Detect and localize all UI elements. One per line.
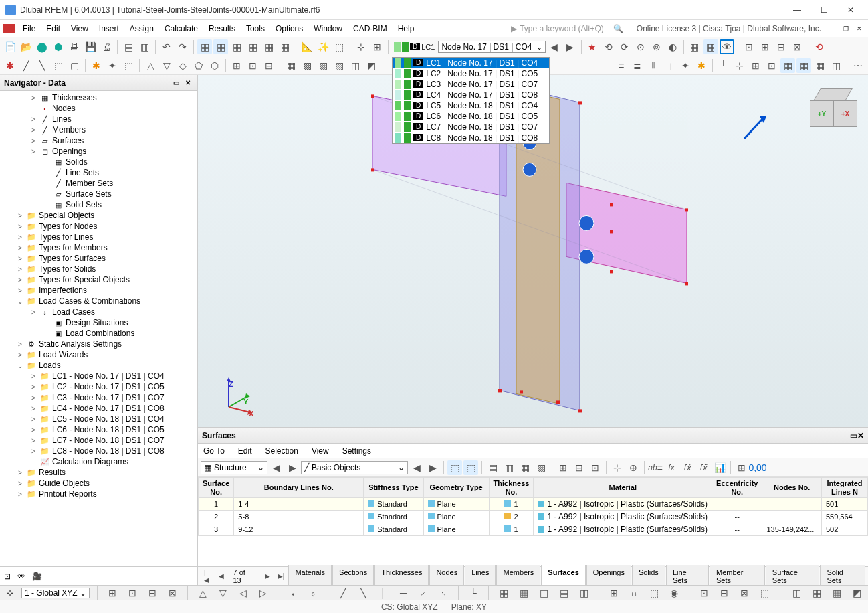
menu-file[interactable]: File xyxy=(17,22,41,35)
sp-menu-selection[interactable]: Selection xyxy=(263,445,301,457)
sb-r4-icon[interactable]: ◩ xyxy=(849,586,864,600)
select-icon[interactable]: ⬚ xyxy=(332,39,346,54)
tab-materials[interactable]: Materials xyxy=(288,565,332,585)
disp5-icon[interactable]: ◐ xyxy=(665,39,680,54)
tab-solid-sets[interactable]: Solid Sets xyxy=(820,565,865,585)
render2-icon[interactable]: ▦ xyxy=(703,39,718,54)
panel5-icon[interactable]: ▦ xyxy=(261,39,276,54)
navigator-tree[interactable]: >▦Thicknesses•Nodes>╱Lines>╱Members>▱Sur… xyxy=(0,91,197,566)
disp4-icon[interactable]: ⊚ xyxy=(649,39,664,54)
sb-19-icon[interactable]: ▩ xyxy=(516,586,531,600)
sp-sel1-icon[interactable]: ⬚ xyxy=(447,460,462,475)
t2-1-icon[interactable]: ✱ xyxy=(3,58,17,73)
tab-solids[interactable]: Solids xyxy=(632,565,665,585)
t2-r7-icon[interactable]: └ xyxy=(716,58,731,73)
render1-icon[interactable]: ▦ xyxy=(687,39,702,54)
sb-28-icon[interactable]: ⊟ xyxy=(717,586,732,600)
lc-option[interactable]: DLC8Node No. 18 | DS1 | CO8 xyxy=(393,133,549,143)
sb-10-icon[interactable]: ⬨ xyxy=(306,586,320,600)
measure-icon[interactable]: 📐 xyxy=(300,39,314,54)
sp-fx2-icon[interactable]: fẋ xyxy=(680,460,695,475)
col-nodes[interactable]: Nodes No. xyxy=(762,478,821,498)
sp-c-icon[interactable]: ▦ xyxy=(518,460,532,475)
tree-item[interactable]: ⌄📁Load Cases & Combinations xyxy=(0,296,197,306)
tree-item[interactable]: >📁LC6 - Node No. 18 | DS1 | CO5 xyxy=(0,424,197,435)
tree-item[interactable]: >📁Types for Special Objects xyxy=(0,274,197,285)
panel4-icon[interactable]: ▦ xyxy=(245,39,260,54)
sp-nav-prev-icon[interactable]: ◀ xyxy=(269,460,284,475)
undo-icon[interactable]: ↶ xyxy=(159,39,174,54)
wand-icon[interactable]: ✨ xyxy=(316,39,330,54)
tab-thicknesses[interactable]: Thicknesses xyxy=(374,565,429,585)
t2-r13-icon[interactable]: ▦ xyxy=(812,58,827,73)
sp-xls-icon[interactable]: 📊 xyxy=(712,460,727,475)
sb-13-icon[interactable]: │ xyxy=(376,586,391,600)
sp-close-icon[interactable]: ✕ xyxy=(857,431,864,440)
tabs-first-icon[interactable]: |◀ xyxy=(201,567,215,585)
col-geometry[interactable]: Geometry Type xyxy=(423,478,489,498)
t2-7-icon[interactable]: ✦ xyxy=(105,58,120,73)
sb-21-icon[interactable]: ▤ xyxy=(556,586,571,600)
redo-icon[interactable]: ↷ xyxy=(175,39,190,54)
sb-4-icon[interactable]: ⊠ xyxy=(165,586,180,600)
menu-cad-bim[interactable]: CAD-BIM xyxy=(348,22,393,35)
tabs-next-icon[interactable]: ▶ xyxy=(261,571,274,581)
tab-nodes[interactable]: Nodes xyxy=(429,565,464,585)
t2-5-icon[interactable]: ▢ xyxy=(67,58,82,73)
tree-item[interactable]: >📁Guide Objects xyxy=(0,478,197,489)
col-eccentricity[interactable]: EccentricityNo. xyxy=(712,478,762,498)
menu-insert[interactable]: Insert xyxy=(94,22,124,35)
tree-item[interactable]: ▦Solids xyxy=(0,157,197,167)
sb-26-icon[interactable]: ◉ xyxy=(667,586,681,600)
lc-option[interactable]: DLC7Node No. 18 | DS1 | CO7 xyxy=(393,122,549,133)
tabs-last-icon[interactable]: ▶| xyxy=(274,571,288,581)
v2-icon[interactable]: ⊞ xyxy=(758,39,772,54)
menu-window[interactable]: Window xyxy=(308,22,348,35)
sb-r2-icon[interactable]: ▦ xyxy=(809,586,824,600)
tab-surface-sets[interactable]: Surface Sets xyxy=(766,565,820,585)
grid-icon[interactable]: ⊞ xyxy=(370,39,385,54)
sb-9-icon[interactable]: ⬩ xyxy=(286,586,300,600)
sb-29-icon[interactable]: ⊠ xyxy=(737,586,752,600)
nav-footer-2-icon[interactable]: 👁 xyxy=(17,572,25,581)
lc-desc[interactable]: Node No. 17 | DS1 | CO4 ⌄ xyxy=(438,41,545,53)
nav-footer-3-icon[interactable]: 🎥 xyxy=(32,572,42,581)
tree-item[interactable]: >📁Imperfections xyxy=(0,285,197,296)
lc-option[interactable]: DLC1Node No. 17 | DS1 | CO4 xyxy=(393,58,549,68)
sp-menu-view[interactable]: View xyxy=(309,445,332,457)
sp-k-icon[interactable]: ⊞ xyxy=(734,460,749,475)
t2-r11-icon[interactable]: ▦ xyxy=(780,58,795,73)
t2-r3-icon[interactable]: ⫴ xyxy=(646,58,661,73)
v1-icon[interactable]: ⊡ xyxy=(742,39,756,54)
tree-item[interactable]: 📈Calculation Diagrams xyxy=(0,456,197,467)
sp-d-icon[interactable]: ▧ xyxy=(534,460,548,475)
t2-3-icon[interactable]: ╲ xyxy=(35,58,49,73)
cloud-icon[interactable]: ⬤ xyxy=(35,39,49,54)
t2-r9-icon[interactable]: ⊞ xyxy=(748,58,763,73)
sp-menu-edit[interactable]: Edit xyxy=(235,445,255,457)
tree-item[interactable]: >▦Thicknesses xyxy=(0,92,197,103)
tab-member-sets[interactable]: Member Sets xyxy=(710,565,765,585)
sb-6-icon[interactable]: ▽ xyxy=(215,586,230,600)
tab-surfaces[interactable]: Surfaces xyxy=(541,565,585,585)
tree-item[interactable]: ▣Design Situations xyxy=(0,317,197,328)
t2-10-icon[interactable]: ▽ xyxy=(159,58,174,73)
menu-calculate[interactable]: Calculate xyxy=(159,22,203,35)
tree-item[interactable]: >📁Types for Solids xyxy=(0,264,197,274)
tree-item[interactable]: >📁LC7 - Node No. 18 | DS1 | CO7 xyxy=(0,435,197,446)
t2-21-icon[interactable]: ◫ xyxy=(348,58,362,73)
surfaces-table[interactable]: SurfaceNo.Boundary Lines No.Stiffness Ty… xyxy=(198,477,868,536)
tree-item[interactable]: ▱Surface Sets xyxy=(0,189,197,199)
lc-option[interactable]: DLC2Node No. 17 | DS1 | CO5 xyxy=(393,68,549,79)
tree-item[interactable]: >📁Special Objects xyxy=(0,210,197,221)
tree-item[interactable]: •Nodes xyxy=(0,103,197,114)
sb-2-icon[interactable]: ⊡ xyxy=(125,586,140,600)
menu-tools[interactable]: Tools xyxy=(241,22,270,35)
t2-14-icon[interactable]: ⊞ xyxy=(229,58,244,73)
t2-r2-icon[interactable]: ≣ xyxy=(630,58,645,73)
search-glyph-icon[interactable]: 🔍 xyxy=(613,24,623,33)
sp-e-icon[interactable]: ⊞ xyxy=(556,460,570,475)
panel2-icon[interactable]: ▦ xyxy=(213,39,228,54)
tree-item[interactable]: >╱Members xyxy=(0,124,197,135)
tabs-prev-icon[interactable]: ◀ xyxy=(215,571,227,581)
